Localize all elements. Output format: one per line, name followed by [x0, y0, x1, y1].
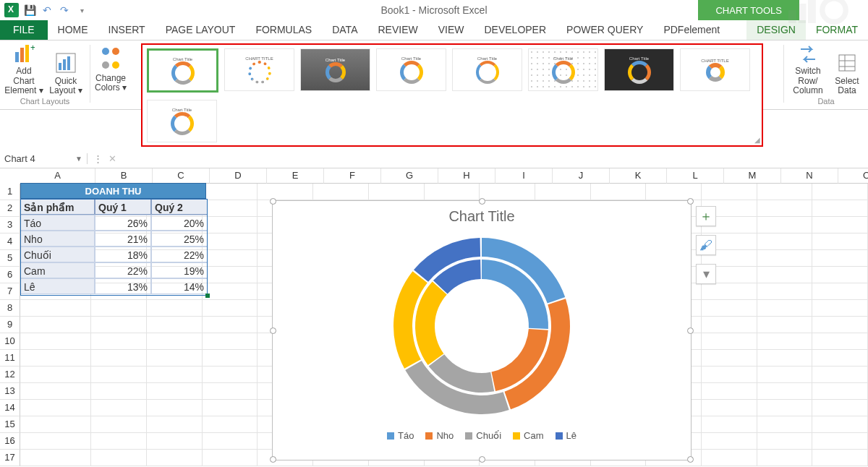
table-cell[interactable]: 18% — [95, 247, 151, 262]
column-headers[interactable]: ABCDEFGHIJKLMNO — [20, 168, 868, 184]
tab-home[interactable]: HOME — [48, 20, 98, 40]
table-cell[interactable]: Cam — [20, 262, 95, 278]
row-header[interactable]: 13 — [0, 383, 20, 400]
row-header[interactable]: 7 — [0, 283, 20, 300]
tab-data[interactable]: DATA — [322, 20, 367, 40]
row-header[interactable]: 4 — [0, 234, 20, 250]
column-header[interactable]: L — [667, 168, 724, 184]
table-header-cell[interactable]: Quý 1 — [95, 199, 151, 215]
column-header[interactable]: I — [495, 168, 553, 184]
tab-page-layout[interactable]: PAGE LAYOUT — [156, 20, 246, 40]
chart-styles-gallery[interactable]: Chart Title CHART TITLE Chart Title Char… — [141, 43, 763, 147]
row-header[interactable]: 3 — [0, 217, 20, 234]
column-header[interactable]: H — [438, 168, 495, 184]
tab-review[interactable]: REVIEW — [367, 20, 427, 40]
legend-item[interactable]: Chuối — [465, 430, 501, 441]
tab-power-query[interactable]: POWER QUERY — [556, 20, 653, 40]
table-cell[interactable]: 13% — [95, 278, 151, 294]
table-header-cell[interactable]: Quý 2 — [151, 199, 208, 215]
column-header[interactable]: K — [610, 168, 667, 184]
table-cell[interactable]: 19% — [151, 262, 208, 278]
column-header[interactable]: J — [553, 168, 610, 184]
column-header[interactable]: O — [838, 168, 868, 184]
table-cell[interactable]: Nho — [20, 231, 95, 247]
row-header[interactable]: 10 — [0, 333, 20, 350]
legend-item[interactable]: Nho — [425, 430, 454, 441]
row-header[interactable]: 1 — [0, 184, 20, 200]
redo-icon[interactable]: ↷ — [58, 4, 71, 17]
table-cell[interactable]: 14% — [151, 278, 208, 294]
table-cell[interactable]: 21% — [95, 231, 151, 247]
tab-file[interactable]: FILE — [0, 20, 48, 40]
row-header[interactable]: 9 — [0, 317, 20, 333]
row-headers[interactable]: 1234567891011121314151617 — [0, 184, 20, 466]
formula-input[interactable]: ⋮✕ — [88, 153, 868, 164]
chart-plot-area[interactable] — [273, 225, 691, 427]
row-header[interactable]: 8 — [0, 300, 20, 317]
legend-item[interactable]: Cam — [513, 430, 543, 441]
row-header[interactable]: 6 — [0, 267, 20, 283]
column-header[interactable]: A — [20, 168, 95, 184]
column-header[interactable]: E — [267, 168, 324, 184]
chart-style-7[interactable]: Chart Title — [604, 48, 674, 91]
row-header[interactable]: 12 — [0, 367, 20, 383]
chart-style-5[interactable]: Chart Title — [452, 48, 522, 91]
chart-style-9[interactable]: Chart Title — [147, 100, 217, 142]
row-header[interactable]: 15 — [0, 416, 20, 433]
column-header[interactable]: M — [724, 168, 781, 184]
chart-legend[interactable]: TáoNhoChuốiCamLê — [273, 427, 691, 441]
save-icon[interactable]: 💾 — [23, 4, 36, 17]
tab-formulas[interactable]: FORMULAS — [245, 20, 322, 40]
table-cell[interactable]: Lê — [20, 278, 95, 294]
chart-styles-button[interactable]: 🖌 — [696, 235, 716, 255]
row-header[interactable]: 14 — [0, 400, 20, 416]
table-cell[interactable]: Chuối — [20, 247, 95, 262]
tab-view[interactable]: VIEW — [428, 20, 475, 40]
column-header[interactable]: G — [381, 168, 438, 184]
gallery-resize-grip-icon[interactable]: ◢ — [754, 136, 760, 144]
row-header[interactable]: 2 — [0, 200, 20, 217]
chart-style-4[interactable]: Chart Title — [376, 48, 446, 91]
column-header[interactable]: F — [324, 168, 381, 184]
chevron-down-icon[interactable]: ▼ — [75, 155, 82, 163]
column-header[interactable]: C — [153, 168, 210, 184]
quick-layout-button[interactable]: Quick Layout ▾ — [46, 43, 85, 95]
chart-elements-button[interactable]: ＋ — [696, 206, 716, 226]
row-header[interactable]: 11 — [0, 350, 20, 367]
table-header-cell[interactable]: Sản phẩm — [20, 199, 95, 215]
svg-point-3 — [822, 0, 846, 22]
table-cell[interactable]: 22% — [151, 247, 208, 262]
chart-style-8[interactable]: CHART TITLE — [680, 48, 750, 91]
chart-style-1[interactable]: Chart Title — [147, 48, 218, 93]
tab-pdfelement[interactable]: PDFelement — [653, 20, 730, 40]
legend-item[interactable]: Lê — [556, 430, 576, 441]
column-header[interactable]: D — [210, 168, 267, 184]
table-cell[interactable]: 20% — [151, 215, 208, 231]
change-colors-button[interactable]: Change Colors ▾ — [95, 43, 127, 95]
chart-filters-button[interactable]: ▾ — [696, 264, 716, 284]
undo-icon[interactable]: ↶ — [41, 4, 54, 17]
embedded-chart[interactable]: Chart Title TáoNhoChuốiCamLê — [272, 200, 692, 460]
chart-style-3[interactable]: Chart Title — [300, 48, 370, 91]
table-cell[interactable]: 26% — [95, 215, 151, 231]
table-cell[interactable]: 25% — [151, 231, 208, 247]
row-header[interactable]: 5 — [0, 250, 20, 267]
select-data-button[interactable]: Select Data — [830, 43, 864, 95]
legend-item[interactable]: Táo — [387, 430, 414, 441]
row-header[interactable]: 17 — [0, 450, 20, 466]
tab-developer[interactable]: DEVELOPER — [474, 20, 556, 40]
svg-rect-2 — [808, 0, 816, 23]
qat-customize-icon[interactable]: ▾ — [75, 4, 88, 17]
tab-insert[interactable]: INSERT — [98, 20, 156, 40]
worksheet[interactable]: ABCDEFGHIJKLMNO 123456789101112131415161… — [0, 168, 868, 467]
name-box[interactable]: Chart 4 ▼ — [0, 153, 88, 164]
table-cell[interactable]: 22% — [95, 262, 151, 278]
add-chart-element-button[interactable]: + Add Chart Element ▾ — [4, 43, 43, 95]
chart-style-2[interactable]: CHART TITLE — [224, 48, 294, 91]
row-header[interactable]: 16 — [0, 433, 20, 450]
chart-style-6[interactable]: Chart Title — [528, 48, 598, 91]
table-cell[interactable]: Táo — [20, 215, 95, 231]
column-header[interactable]: B — [95, 168, 153, 184]
column-header[interactable]: N — [781, 168, 838, 184]
switch-row-column-button[interactable]: Switch Row/ Column — [788, 43, 827, 95]
